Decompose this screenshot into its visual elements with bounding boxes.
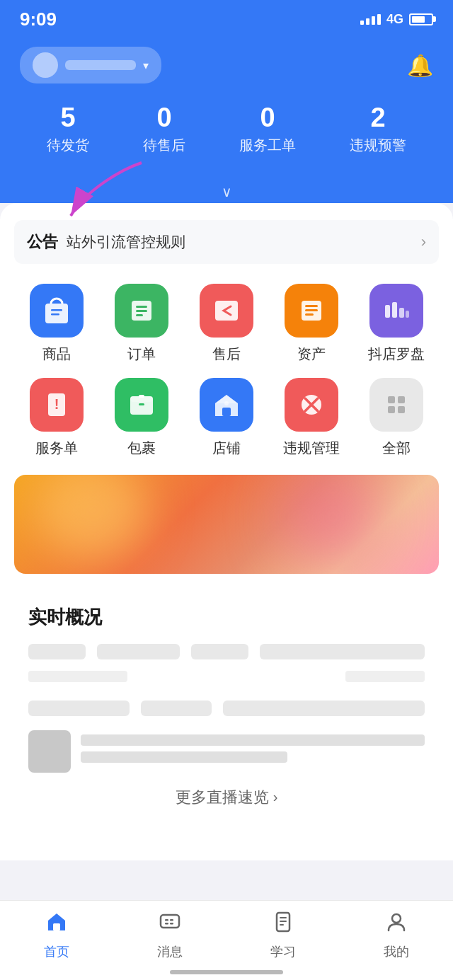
compass-icon-box <box>369 284 423 338</box>
store-avatar <box>33 52 58 78</box>
svg-rect-3 <box>51 313 59 316</box>
icon-label-assets: 资产 <box>297 345 326 364</box>
content-wrapper: 公告 站外引流管控规则 › 商品 <box>0 203 453 931</box>
notice-bar[interactable]: 公告 站外引流管控规则 › <box>14 220 439 264</box>
stats-row: 5 待发货 0 待售后 0 服务工单 2 违规预警 <box>20 103 433 155</box>
stat-num-3: 2 <box>350 103 406 133</box>
icon-label-goods: 商品 <box>42 345 71 364</box>
nav-label-messages: 消息 <box>157 943 183 960</box>
svg-rect-35 <box>165 919 168 921</box>
mine-icon <box>385 911 408 939</box>
icon-grid: 商品 订单 <box>14 284 439 458</box>
blur-line-2 <box>81 751 287 763</box>
svg-rect-42 <box>280 924 284 926</box>
svg-rect-11 <box>305 309 318 311</box>
chevron-down-expand-icon: ∨ <box>222 184 232 200</box>
home-indicator <box>170 970 283 974</box>
aftersale-icon-box <box>200 284 253 338</box>
nav-item-home[interactable]: 首页 <box>28 911 85 960</box>
svg-point-43 <box>392 914 401 923</box>
blur-image-row <box>28 730 425 773</box>
store-selector[interactable]: ▾ <box>20 47 161 83</box>
bell-icon[interactable]: 🔔 <box>407 53 433 78</box>
icon-label-parcel: 包裹 <box>127 439 156 458</box>
stat-pending-ship[interactable]: 5 待发货 <box>47 103 89 155</box>
icon-label-all: 全部 <box>382 439 411 458</box>
icon-label-violation: 违规管理 <box>283 439 340 458</box>
parcel-icon-box <box>115 378 168 432</box>
nav-item-learn[interactable]: 学习 <box>255 911 311 960</box>
home-icon <box>45 911 68 939</box>
icon-item-store[interactable]: 店铺 <box>184 378 269 458</box>
nav-item-messages[interactable]: 消息 <box>142 911 198 960</box>
nav-item-mine[interactable]: 我的 <box>368 911 425 960</box>
blur-thumbnail <box>28 730 71 773</box>
icon-item-orders[interactable]: 订单 <box>99 284 184 364</box>
blur-stat-7 <box>223 701 425 716</box>
blur-stat-3 <box>191 644 248 659</box>
icon-label-service: 服务单 <box>35 439 78 458</box>
signal-icon <box>360 14 381 25</box>
all-icon-box <box>369 378 423 432</box>
orders-icon-box <box>115 284 168 338</box>
icon-item-compass[interactable]: 抖店罗盘 <box>354 284 439 364</box>
stat-num-2: 0 <box>239 103 296 133</box>
service-icon-box: ! <box>30 378 84 432</box>
blur-stat-1 <box>28 644 86 659</box>
realtime-section: 实时概况 <box>14 588 439 832</box>
expand-arrow[interactable]: ∨ <box>0 176 453 203</box>
nav-label-learn: 学习 <box>270 943 296 960</box>
icon-item-service[interactable]: ! 服务单 <box>14 378 99 458</box>
icon-item-violation[interactable]: 违规管理 <box>269 378 354 458</box>
store-name <box>65 60 136 70</box>
svg-rect-36 <box>170 919 173 921</box>
stat-violation[interactable]: 2 违规预警 <box>350 103 406 155</box>
battery-icon <box>409 13 433 25</box>
blur-stat-5 <box>28 701 130 716</box>
notice-text: 站外引流管控规则 <box>67 232 413 252</box>
icon-label-aftersale: 售后 <box>212 345 241 364</box>
violation-icon-box <box>285 378 338 432</box>
svg-rect-38 <box>170 923 173 925</box>
svg-rect-41 <box>280 921 287 922</box>
icon-item-assets[interactable]: 资产 <box>269 284 354 364</box>
blur-stat-2 <box>97 644 179 659</box>
blur-stat-6 <box>141 701 212 716</box>
banner[interactable] <box>14 475 439 574</box>
network-label: 4G <box>386 12 403 27</box>
svg-rect-5 <box>136 306 147 308</box>
stat-aftersale[interactable]: 0 待售后 <box>143 103 185 155</box>
blur-content <box>81 734 425 768</box>
icon-item-parcel[interactable]: 包裹 <box>99 378 184 458</box>
svg-rect-29 <box>388 396 395 403</box>
stat-label-3: 违规预警 <box>350 136 406 155</box>
main-card: 公告 站外引流管控规则 › 商品 <box>0 203 453 860</box>
blur-stats-row-3 <box>28 701 425 716</box>
notice-label: 公告 <box>27 231 58 253</box>
svg-rect-34 <box>161 915 179 928</box>
bottom-nav: 首页 消息 学习 <box>0 900 453 980</box>
stat-label-1: 待售后 <box>143 136 185 155</box>
blur-val-1 <box>28 671 127 682</box>
svg-rect-6 <box>136 310 147 312</box>
icon-item-goods[interactable]: 商品 <box>14 284 99 364</box>
icon-label-orders: 订单 <box>127 345 156 364</box>
svg-rect-31 <box>388 406 395 413</box>
svg-rect-2 <box>51 309 62 311</box>
more-live-link[interactable]: 更多直播速览 › <box>28 773 425 815</box>
stat-num-1: 0 <box>143 103 185 133</box>
notice-arrow-icon: › <box>421 233 426 251</box>
icon-label-compass: 抖店罗盘 <box>368 345 425 364</box>
blur-line-1 <box>81 734 425 746</box>
header-top: ▾ 🔔 <box>20 47 433 83</box>
icon-item-aftersale[interactable]: 售后 <box>184 284 269 364</box>
realtime-title: 实时概况 <box>28 605 425 630</box>
header-area: ▾ 🔔 5 待发货 0 待售后 0 服务工单 2 违规预警 <box>0 38 453 176</box>
icon-item-all[interactable]: 全部 <box>354 378 439 458</box>
svg-rect-15 <box>399 308 404 318</box>
stat-service[interactable]: 0 服务工单 <box>239 103 296 155</box>
stat-num-0: 5 <box>47 103 89 133</box>
more-arrow-icon: › <box>273 789 278 805</box>
svg-rect-12 <box>305 313 314 316</box>
svg-rect-33 <box>53 923 60 930</box>
